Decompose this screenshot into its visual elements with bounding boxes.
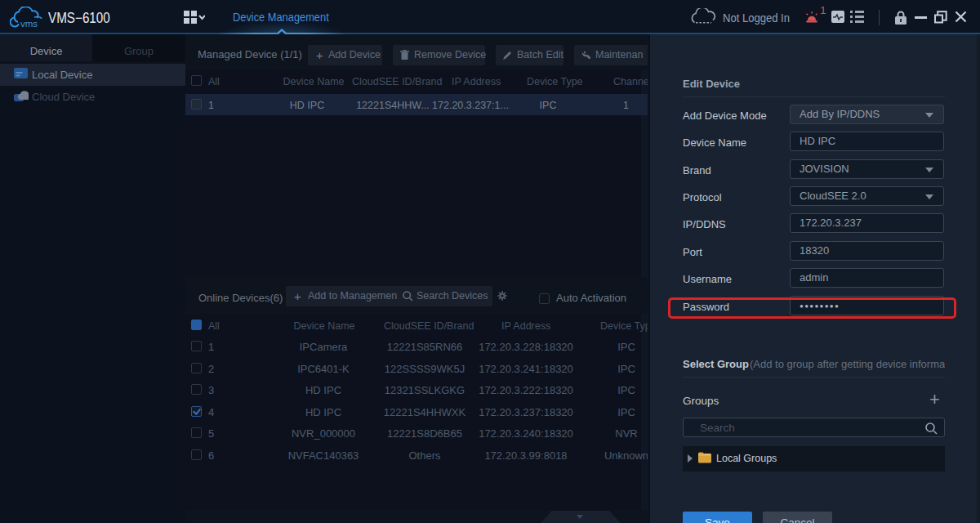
- svg-text:vms: vms: [20, 19, 38, 29]
